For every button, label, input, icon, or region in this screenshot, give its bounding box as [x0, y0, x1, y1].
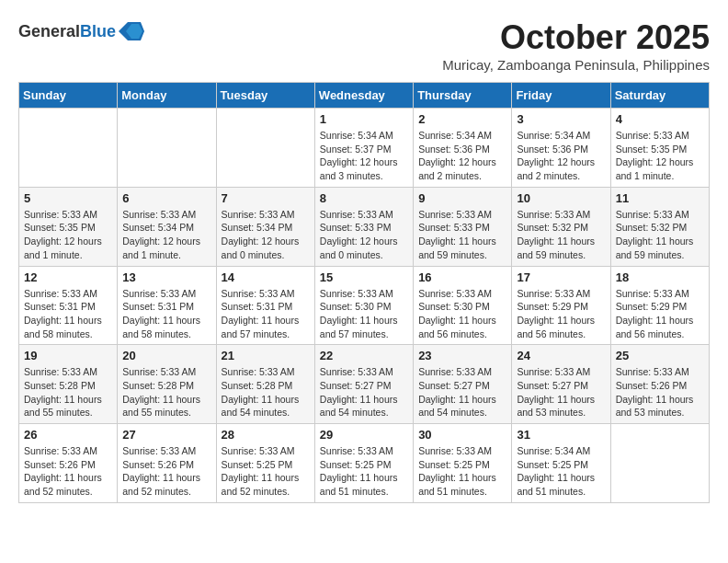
cell-content: Sunrise: 5:33 AM Sunset: 5:30 PM Dayligh…	[418, 287, 506, 341]
calendar-cell: 31Sunrise: 5:34 AM Sunset: 5:25 PM Dayli…	[512, 424, 610, 503]
location-title: Muricay, Zamboanga Peninsula, Philippine…	[442, 57, 710, 73]
header-row: SundayMondayTuesdayWednesdayThursdayFrid…	[19, 83, 710, 109]
calendar-cell: 13Sunrise: 5:33 AM Sunset: 5:31 PM Dayli…	[118, 266, 216, 345]
calendar-cell: 1Sunrise: 5:34 AM Sunset: 5:37 PM Daylig…	[314, 109, 413, 188]
day-number: 12	[24, 270, 112, 284]
day-number: 21	[222, 349, 310, 362]
title-section: October 2025 Muricay, Zamboanga Peninsul…	[442, 18, 710, 73]
cell-content: Sunrise: 5:33 AM Sunset: 5:25 PM Dayligh…	[320, 444, 408, 499]
day-number: 11	[616, 191, 704, 205]
header-day-wednesday: Wednesday	[314, 83, 413, 109]
calendar-cell: 22Sunrise: 5:33 AM Sunset: 5:27 PM Dayli…	[314, 345, 413, 424]
calendar-cell: 2Sunrise: 5:34 AM Sunset: 5:36 PM Daylig…	[414, 109, 512, 188]
week-row-2: 5Sunrise: 5:33 AM Sunset: 5:35 PM Daylig…	[19, 187, 710, 266]
day-number: 22	[320, 349, 408, 362]
day-number: 14	[222, 270, 310, 284]
cell-content: Sunrise: 5:33 AM Sunset: 5:26 PM Dayligh…	[122, 444, 210, 499]
calendar-cell: 17Sunrise: 5:33 AM Sunset: 5:29 PM Dayli…	[512, 266, 610, 345]
cell-content: Sunrise: 5:33 AM Sunset: 5:31 PM Dayligh…	[222, 287, 310, 341]
day-number: 25	[616, 349, 704, 362]
cell-content: Sunrise: 5:33 AM Sunset: 5:33 PM Dayligh…	[418, 208, 506, 262]
calendar-cell: 4Sunrise: 5:33 AM Sunset: 5:35 PM Daylig…	[610, 109, 709, 188]
calendar-cell: 28Sunrise: 5:33 AM Sunset: 5:25 PM Dayli…	[216, 424, 314, 503]
day-number: 27	[122, 428, 210, 442]
cell-content: Sunrise: 5:33 AM Sunset: 5:27 PM Dayligh…	[320, 365, 408, 419]
cell-content: Sunrise: 5:33 AM Sunset: 5:35 PM Dayligh…	[616, 129, 704, 183]
logo-icon	[119, 18, 144, 44]
day-number: 3	[517, 112, 605, 126]
day-number: 26	[24, 428, 112, 442]
day-number: 5	[24, 191, 112, 205]
cell-content: Sunrise: 5:33 AM Sunset: 5:27 PM Dayligh…	[517, 365, 605, 419]
logo: GeneralBlue	[18, 18, 144, 44]
day-number: 2	[418, 112, 506, 126]
cell-content: Sunrise: 5:34 AM Sunset: 5:37 PM Dayligh…	[320, 129, 408, 183]
calendar-table: SundayMondayTuesdayWednesdayThursdayFrid…	[18, 82, 710, 503]
calendar-cell: 5Sunrise: 5:33 AM Sunset: 5:35 PM Daylig…	[19, 187, 118, 266]
day-number: 1	[320, 112, 408, 126]
cell-content: Sunrise: 5:33 AM Sunset: 5:32 PM Dayligh…	[517, 208, 605, 262]
day-number: 6	[122, 191, 210, 205]
cell-content: Sunrise: 5:34 AM Sunset: 5:36 PM Dayligh…	[517, 129, 605, 183]
header-day-saturday: Saturday	[610, 83, 709, 109]
calendar-cell: 7Sunrise: 5:33 AM Sunset: 5:34 PM Daylig…	[216, 187, 314, 266]
day-number: 31	[517, 428, 605, 442]
calendar-cell: 27Sunrise: 5:33 AM Sunset: 5:26 PM Dayli…	[118, 424, 216, 503]
day-number: 13	[122, 270, 210, 284]
calendar-cell: 12Sunrise: 5:33 AM Sunset: 5:31 PM Dayli…	[19, 266, 118, 345]
day-number: 17	[517, 270, 605, 284]
day-number: 10	[517, 191, 605, 205]
cell-content: Sunrise: 5:33 AM Sunset: 5:28 PM Dayligh…	[122, 365, 210, 419]
week-row-4: 19Sunrise: 5:33 AM Sunset: 5:28 PM Dayli…	[19, 345, 710, 424]
header-day-sunday: Sunday	[19, 83, 118, 109]
day-number: 23	[418, 349, 506, 362]
header-day-monday: Monday	[118, 83, 216, 109]
cell-content: Sunrise: 5:34 AM Sunset: 5:25 PM Dayligh…	[517, 444, 605, 499]
calendar-cell	[19, 109, 118, 188]
logo-blue: Blue	[80, 22, 116, 40]
day-number: 8	[320, 191, 408, 205]
day-number: 20	[122, 349, 210, 362]
calendar-cell: 25Sunrise: 5:33 AM Sunset: 5:26 PM Dayli…	[610, 345, 709, 424]
cell-content: Sunrise: 5:33 AM Sunset: 5:29 PM Dayligh…	[517, 287, 605, 341]
calendar-cell	[610, 424, 709, 503]
calendar-cell: 20Sunrise: 5:33 AM Sunset: 5:28 PM Dayli…	[118, 345, 216, 424]
week-row-3: 12Sunrise: 5:33 AM Sunset: 5:31 PM Dayli…	[19, 266, 710, 345]
calendar-cell: 10Sunrise: 5:33 AM Sunset: 5:32 PM Dayli…	[512, 187, 610, 266]
calendar-cell: 24Sunrise: 5:33 AM Sunset: 5:27 PM Dayli…	[512, 345, 610, 424]
calendar-cell: 29Sunrise: 5:33 AM Sunset: 5:25 PM Dayli…	[314, 424, 413, 503]
cell-content: Sunrise: 5:33 AM Sunset: 5:26 PM Dayligh…	[24, 444, 112, 499]
cell-content: Sunrise: 5:33 AM Sunset: 5:33 PM Dayligh…	[320, 208, 408, 262]
cell-content: Sunrise: 5:33 AM Sunset: 5:31 PM Dayligh…	[24, 287, 112, 341]
cell-content: Sunrise: 5:33 AM Sunset: 5:34 PM Dayligh…	[122, 208, 210, 262]
calendar-cell: 3Sunrise: 5:34 AM Sunset: 5:36 PM Daylig…	[512, 109, 610, 188]
day-number: 9	[418, 191, 506, 205]
calendar-cell: 21Sunrise: 5:33 AM Sunset: 5:28 PM Dayli…	[216, 345, 314, 424]
calendar-cell: 14Sunrise: 5:33 AM Sunset: 5:31 PM Dayli…	[216, 266, 314, 345]
cell-content: Sunrise: 5:34 AM Sunset: 5:36 PM Dayligh…	[418, 129, 506, 183]
cell-content: Sunrise: 5:33 AM Sunset: 5:31 PM Dayligh…	[122, 287, 210, 341]
calendar-cell: 19Sunrise: 5:33 AM Sunset: 5:28 PM Dayli…	[19, 345, 118, 424]
cell-content: Sunrise: 5:33 AM Sunset: 5:27 PM Dayligh…	[418, 365, 506, 419]
week-row-5: 26Sunrise: 5:33 AM Sunset: 5:26 PM Dayli…	[19, 424, 710, 503]
cell-content: Sunrise: 5:33 AM Sunset: 5:28 PM Dayligh…	[24, 365, 112, 419]
day-number: 7	[222, 191, 310, 205]
logo-general: General	[18, 22, 80, 40]
calendar-cell	[216, 109, 314, 188]
day-number: 29	[320, 428, 408, 442]
day-number: 4	[616, 112, 704, 126]
calendar-cell: 8Sunrise: 5:33 AM Sunset: 5:33 PM Daylig…	[314, 187, 413, 266]
cell-content: Sunrise: 5:33 AM Sunset: 5:30 PM Dayligh…	[320, 287, 408, 341]
day-number: 30	[418, 428, 506, 442]
calendar-cell	[118, 109, 216, 188]
calendar-cell: 11Sunrise: 5:33 AM Sunset: 5:32 PM Dayli…	[610, 187, 709, 266]
calendar-cell: 9Sunrise: 5:33 AM Sunset: 5:33 PM Daylig…	[414, 187, 512, 266]
header-day-thursday: Thursday	[414, 83, 512, 109]
page-header: GeneralBlue October 2025 Muricay, Zamboa…	[18, 18, 710, 73]
calendar-cell: 26Sunrise: 5:33 AM Sunset: 5:26 PM Dayli…	[19, 424, 118, 503]
calendar-cell: 6Sunrise: 5:33 AM Sunset: 5:34 PM Daylig…	[118, 187, 216, 266]
cell-content: Sunrise: 5:33 AM Sunset: 5:34 PM Dayligh…	[222, 208, 310, 262]
cell-content: Sunrise: 5:33 AM Sunset: 5:28 PM Dayligh…	[222, 365, 310, 419]
month-title: October 2025	[442, 18, 710, 57]
header-day-friday: Friday	[512, 83, 610, 109]
